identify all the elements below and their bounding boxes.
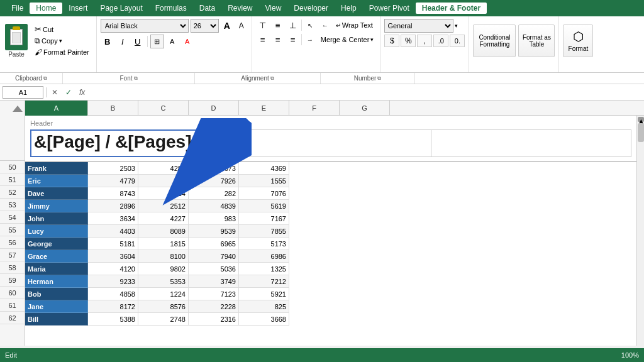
name-cell[interactable]: Bob (25, 288, 88, 300)
data-cell[interactable]: 239 (138, 175, 189, 187)
data-cell[interactable]: 2748 (138, 313, 189, 326)
menu-power-pivot[interactable]: Power Pivot (363, 3, 416, 14)
font-family-select[interactable]: Arial Black (101, 19, 189, 33)
format-as-table-button[interactable]: Format as Table (518, 25, 555, 57)
name-cell[interactable]: John (25, 212, 88, 225)
menu-home[interactable]: Home (30, 3, 62, 14)
font-size-select[interactable]: 26 (191, 19, 219, 33)
row-num-51[interactable]: 51 (0, 173, 25, 186)
row-num-60[interactable]: 60 (0, 287, 25, 299)
data-cell[interactable]: 8089 (138, 225, 189, 238)
data-cell[interactable]: 7614 (138, 187, 189, 200)
data-cell[interactable]: 5619 (239, 200, 289, 212)
data-cell[interactable]: 8743 (88, 187, 138, 200)
select-all-button[interactable] (0, 101, 25, 116)
align-left-button[interactable]: ≡ (256, 33, 270, 46)
indent-decrease-button[interactable]: ← (318, 19, 332, 31)
data-cell[interactable]: 4285 (138, 162, 189, 175)
data-cell[interactable]: 7212 (239, 275, 289, 288)
menu-view[interactable]: View (259, 3, 288, 14)
data-cell[interactable]: 5921 (239, 288, 289, 300)
indent-increase-button[interactable]: → (303, 33, 317, 46)
currency-button[interactable]: $ (384, 35, 399, 47)
data-cell[interactable]: 9539 (189, 225, 239, 238)
alignment-label[interactable]: Alignment ⧉ (195, 73, 321, 84)
align-top-button[interactable]: ⊤ (256, 19, 270, 31)
format-button[interactable]: ⬡ Format (563, 25, 593, 57)
font-label[interactable]: Font ⧉ (63, 73, 195, 84)
cut-button[interactable]: ✂ Cut (33, 24, 91, 35)
name-cell[interactable]: Jane (25, 300, 88, 313)
align-middle-button[interactable]: ≡ (271, 19, 285, 31)
data-cell[interactable]: 1224 (138, 288, 189, 300)
data-cell[interactable]: 5388 (88, 313, 138, 326)
fill-color-button[interactable]: A (165, 35, 179, 48)
align-center-button[interactable]: ≡ (271, 33, 285, 46)
data-cell[interactable]: 3634 (88, 212, 138, 225)
data-cell[interactable]: 7855 (239, 225, 289, 238)
name-cell[interactable]: George (25, 238, 88, 250)
menu-data[interactable]: Data (193, 3, 221, 14)
data-cell[interactable]: 4779 (88, 175, 138, 187)
name-cell[interactable]: Frank (25, 162, 88, 175)
vertical-scrollbar[interactable]: ▲ (636, 116, 644, 346)
text-direction-button[interactable]: ↖ (303, 19, 317, 31)
name-cell[interactable]: Lucy (25, 225, 88, 238)
data-cell[interactable]: 8100 (138, 250, 189, 263)
menu-help[interactable]: Help (335, 3, 363, 14)
data-cell[interactable]: 1815 (138, 238, 189, 250)
col-header-E[interactable]: E (239, 101, 289, 116)
col-header-G[interactable]: G (340, 101, 390, 116)
align-right-button[interactable]: ≡ (286, 33, 300, 46)
data-cell[interactable]: 4858 (88, 288, 138, 300)
data-cell[interactable]: 3668 (239, 313, 289, 326)
cell-reference-box[interactable] (3, 86, 43, 99)
col-header-B[interactable]: B (88, 101, 138, 116)
data-cell[interactable]: 7940 (189, 250, 239, 263)
menu-formulas[interactable]: Formulas (149, 3, 193, 14)
col-header-C[interactable]: C (138, 101, 189, 116)
number-format-select[interactable]: General (384, 19, 453, 33)
percent-button[interactable]: % (401, 35, 416, 47)
font-color-button[interactable]: A (180, 35, 194, 48)
data-cell[interactable]: 1325 (239, 263, 289, 275)
hf-center-section[interactable] (232, 129, 432, 157)
row-num-52[interactable]: 52 (0, 186, 25, 199)
data-cell[interactable]: 5036 (189, 263, 239, 275)
menu-file[interactable]: File (5, 3, 30, 14)
name-cell[interactable]: Herman (25, 275, 88, 288)
underline-button[interactable]: U (131, 35, 145, 48)
row-num-57[interactable]: 57 (0, 249, 25, 261)
scroll-thumb[interactable] (638, 123, 644, 142)
row-num-59[interactable]: 59 (0, 274, 25, 287)
row-num-56[interactable]: 56 (0, 236, 25, 249)
data-cell[interactable]: 3604 (88, 250, 138, 263)
data-cell[interactable]: 4839 (189, 200, 239, 212)
row-num-54[interactable]: 54 (0, 211, 25, 224)
name-cell[interactable]: Dave (25, 187, 88, 200)
decrease-font-button[interactable]: A (235, 19, 248, 32)
row-num-61[interactable]: 61 (0, 299, 25, 312)
data-cell[interactable]: 7167 (239, 212, 289, 225)
hf-left-section[interactable]: &[Page] / &[Pages] (30, 129, 232, 157)
data-cell[interactable]: 9802 (138, 263, 189, 275)
align-bottom-button[interactable]: ⊥ (286, 19, 300, 31)
row-num-58[interactable]: 58 (0, 261, 25, 274)
name-cell[interactable]: Maria (25, 263, 88, 275)
data-cell[interactable]: 2228 (189, 300, 239, 313)
comma-button[interactable]: , (417, 35, 432, 47)
data-cell[interactable]: 2896 (88, 200, 138, 212)
name-cell[interactable]: Grace (25, 250, 88, 263)
col-header-F[interactable]: F (289, 101, 340, 116)
border-button[interactable]: ⊞ (150, 35, 164, 48)
data-cell[interactable]: 6673 (189, 162, 239, 175)
data-cell[interactable]: 7926 (189, 175, 239, 187)
data-cell[interactable]: 5173 (239, 238, 289, 250)
data-cell[interactable]: 4120 (88, 263, 138, 275)
data-cell[interactable]: 282 (189, 187, 239, 200)
row-num-53[interactable]: 53 (0, 199, 25, 211)
col-header-A[interactable]: A (25, 101, 88, 116)
menu-review[interactable]: Review (221, 3, 258, 14)
formula-input[interactable] (90, 86, 641, 99)
data-cell[interactable]: 7123 (189, 288, 239, 300)
